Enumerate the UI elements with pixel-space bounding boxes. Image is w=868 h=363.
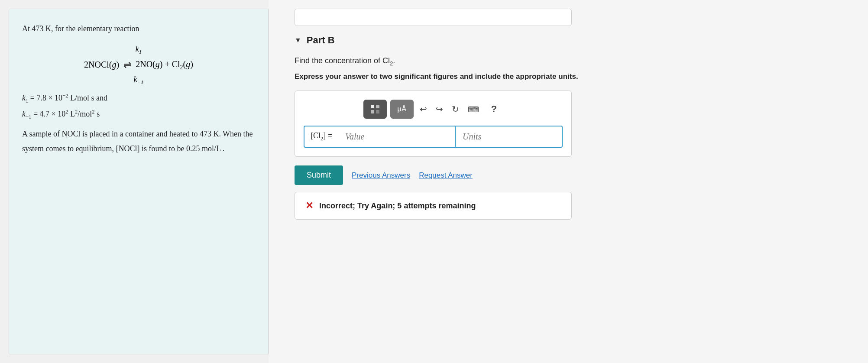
incorrect-text: Incorrect; Try Again; 5 attempts remaini… — [319, 201, 476, 211]
refresh-icon: ↻ — [452, 104, 459, 114]
question-text: Find the concentration of Cl2. — [295, 56, 851, 67]
incorrect-box: ✕ Incorrect; Try Again; 5 attempts remai… — [295, 192, 572, 220]
units-input[interactable] — [456, 126, 563, 147]
right-panel: ▼ Part B Find the concentration of Cl2. … — [269, 0, 868, 363]
matrix-button[interactable] — [363, 100, 387, 119]
values-block: k1 = 7.8 × 10−2 L/mol s and k−1 = 4.7 × … — [22, 91, 255, 156]
help-icon: ? — [488, 102, 500, 116]
previous-answers-link[interactable]: Previous Answers — [352, 171, 410, 180]
value-input[interactable] — [338, 126, 456, 147]
k-neg-value: k−1 = 4.7 × 102 L2/mol2 s — [22, 107, 255, 123]
part-header: ▼ Part B — [295, 35, 851, 46]
svg-rect-0 — [371, 105, 374, 108]
input-label: [Cl2] = — [304, 127, 338, 146]
reactant: 2NOCl(g) — [84, 57, 119, 72]
top-bar — [295, 9, 572, 26]
redo-button[interactable]: ↪ — [433, 102, 446, 116]
intro-text: At 473 K, for the elementary reaction — [22, 22, 255, 36]
keyboard-button[interactable]: ⌨ — [465, 103, 482, 116]
chevron-down-icon[interactable]: ▼ — [295, 36, 301, 44]
equilibrium-equation: 2NOCl(g) ⇌ 2NO(g) + Cl2(g) — [22, 57, 255, 73]
question-instruction: Express your answer to two significant f… — [295, 71, 851, 82]
answer-container: μÅ ↩ ↪ ↻ ⌨ ? [Cl2] = — [295, 91, 572, 157]
action-row: Submit Previous Answers Request Answer — [295, 165, 572, 185]
problem-panel: At 473 K, for the elementary reaction k1… — [9, 9, 269, 354]
products: 2NO(g) + Cl2(g) — [136, 57, 193, 73]
equilibrium-arrow: ⇌ — [123, 57, 131, 73]
redo-icon: ↪ — [436, 104, 443, 114]
undo-icon: ↩ — [420, 104, 427, 114]
input-row: [Cl2] = — [304, 126, 563, 148]
mu-label: μÅ — [397, 105, 406, 113]
description-text: A sample of NOCl is placed in a containe… — [22, 126, 255, 156]
equation-block: k1 2NOCl(g) ⇌ 2NO(g) + Cl2(g) k−1 — [22, 42, 255, 87]
mu-button[interactable]: μÅ — [390, 100, 414, 119]
k1-value: k1 = 7.8 × 10−2 L/mol s and — [22, 91, 255, 107]
refresh-button[interactable]: ↻ — [449, 102, 462, 116]
k1-label: k1 — [22, 42, 255, 57]
svg-rect-1 — [376, 105, 379, 108]
toolbar: μÅ ↩ ↪ ↻ ⌨ ? — [304, 100, 563, 119]
svg-rect-2 — [371, 110, 374, 113]
part-title: Part B — [307, 35, 335, 46]
undo-button[interactable]: ↩ — [417, 102, 430, 116]
submit-button[interactable]: Submit — [295, 165, 343, 185]
svg-rect-3 — [376, 110, 379, 113]
keyboard-icon: ⌨ — [468, 105, 479, 114]
x-icon: ✕ — [305, 200, 313, 211]
request-answer-link[interactable]: Request Answer — [419, 171, 473, 180]
help-button[interactable]: ? — [485, 102, 503, 117]
k-neg-label: k−1 — [22, 73, 255, 87]
